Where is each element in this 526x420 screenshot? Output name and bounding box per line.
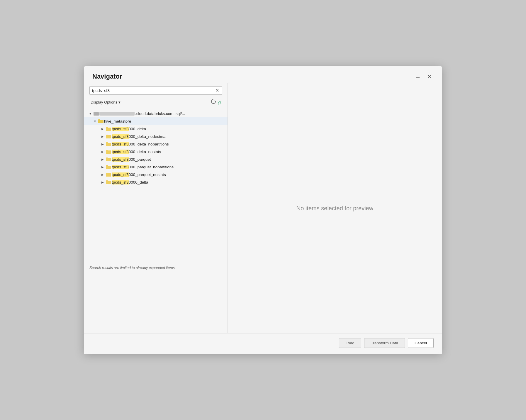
expand-icon-4: ▶ — [100, 157, 105, 162]
titlebar-controls — [414, 74, 434, 79]
expand-icon-6: ▶ — [100, 172, 105, 177]
node-label-6: tpcds_sf3000_parquet_nostats — [112, 172, 225, 177]
folder-icon-7 — [105, 179, 112, 185]
tree-root-node[interactable]: ▼ .cloud.databricks.com: sql/... — [84, 110, 228, 117]
clear-icon: ✕ — [215, 88, 219, 93]
svg-rect-8 — [98, 119, 100, 121]
svg-rect-0 — [416, 77, 420, 78]
svg-rect-18 — [106, 158, 108, 159]
tree-area: ▼ .cloud.databricks.com: sql/... ▼ hive_… — [84, 109, 228, 333]
folder-icon-4 — [105, 157, 112, 162]
svg-marker-4 — [214, 100, 216, 101]
folder-icon-3 — [105, 149, 112, 154]
search-clear-button[interactable]: ✕ — [215, 88, 220, 93]
dialog-title: Navigator — [92, 73, 122, 80]
chevron-down-icon: ▾ — [118, 100, 121, 104]
tree-node-4[interactable]: ▶ tpcds_sf3000_parquet — [84, 155, 228, 163]
display-options-button[interactable]: Display Options ▾ — [89, 99, 122, 105]
search-hint: Search results are limited to already ex… — [84, 262, 228, 275]
search-bar-container: ✕ — [89, 86, 222, 95]
node-label-3: tpcds_sf3000_delta_nostats — [112, 150, 225, 154]
dialog-titlebar: Navigator — [84, 66, 442, 83]
expand-icon-2: ▶ — [100, 141, 105, 147]
refresh-icon — [210, 98, 217, 105]
tree-node-1[interactable]: ▶ tpcds_sf3000_delta_nodecimal — [84, 133, 228, 140]
folder-icon-hive — [98, 118, 104, 124]
tree-node-2[interactable]: ▶ tpcds_sf3000_delta_nopartitions — [84, 140, 228, 148]
expand-icon-5: ▶ — [100, 164, 105, 170]
folder-icon-root — [93, 111, 99, 116]
expand-icon-root: ▼ — [88, 111, 93, 116]
left-panel: ✕ Display Options ▾ ⎙ — [84, 83, 228, 333]
root-node-label: .cloud.databricks.com: sql/... — [99, 111, 225, 116]
expand-icon-0: ▶ — [100, 126, 105, 131]
dialog-body: ✕ Display Options ▾ ⎙ — [84, 83, 442, 333]
svg-rect-12 — [106, 135, 108, 136]
tree-spacer — [84, 186, 228, 262]
tree-node-0[interactable]: ▶ tpcds_sf3000_delta — [84, 125, 228, 133]
svg-point-3 — [211, 99, 216, 104]
node-label-5: tpcds_sf3000_parquet_nopartitions — [112, 165, 225, 169]
close-icon — [427, 74, 432, 79]
folder-icon-2 — [105, 141, 112, 147]
navigator-dialog: Navigator ✕ — [84, 66, 442, 354]
transform-data-button[interactable]: Transform Data — [364, 338, 405, 348]
node-label-2: tpcds_sf3000_delta_nopartitions — [112, 142, 225, 146]
tree-node-3[interactable]: ▶ tpcds_sf3000_delta_nostats — [84, 148, 228, 155]
display-options-label: Display Options — [91, 100, 117, 104]
redacted-text — [99, 112, 135, 116]
load-button[interactable]: Load — [339, 338, 361, 348]
node-label-7: tpcds_sf30000_delta — [112, 180, 225, 184]
folder-icon-0 — [105, 126, 112, 131]
right-panel: No items selected for preview — [228, 83, 442, 333]
hive-metastore-label: hive_metastore — [104, 119, 225, 123]
tree-node-5[interactable]: ▶ tpcds_sf3000_parquet_nopartitions — [84, 163, 228, 171]
node-label-1: tpcds_sf3000_delta_nodecimal — [112, 134, 225, 139]
preview-empty-message: No items selected for preview — [296, 205, 373, 212]
refresh-button[interactable]: ⎙ — [209, 98, 222, 107]
svg-rect-22 — [106, 173, 108, 174]
tree-node-6[interactable]: ▶ tpcds_sf3000_parquet_nostats — [84, 171, 228, 178]
display-options-row: Display Options ▾ ⎙ — [89, 98, 222, 107]
svg-rect-20 — [106, 165, 108, 166]
refresh-doc-icon: ⎙ — [218, 100, 221, 106]
minimize-button[interactable] — [414, 74, 422, 79]
folder-icon-1 — [105, 134, 112, 139]
svg-rect-14 — [106, 142, 108, 143]
dialog-footer: Load Transform Data Cancel — [84, 333, 442, 354]
node-label-4: tpcds_sf3000_parquet — [112, 157, 225, 162]
svg-rect-6 — [94, 112, 96, 113]
tree-node-hive-metastore[interactable]: ▼ hive_metastore — [84, 117, 228, 125]
tree-node-7[interactable]: ▶ tpcds_sf30000_delta — [84, 178, 228, 186]
close-button[interactable] — [425, 74, 434, 79]
svg-rect-10 — [106, 127, 108, 128]
cancel-button[interactable]: Cancel — [408, 338, 434, 348]
expand-icon-1: ▶ — [100, 134, 105, 139]
minimize-icon — [415, 74, 420, 79]
node-label-0: tpcds_sf3000_delta — [112, 127, 225, 131]
svg-rect-16 — [106, 150, 108, 151]
search-input[interactable] — [92, 88, 215, 93]
expand-icon-hive: ▼ — [92, 118, 98, 124]
folder-icon-6 — [105, 172, 112, 177]
folder-icon-5 — [105, 164, 112, 170]
expand-icon-7: ▶ — [100, 179, 105, 185]
expand-icon-3: ▶ — [100, 149, 105, 154]
svg-rect-24 — [106, 180, 108, 182]
